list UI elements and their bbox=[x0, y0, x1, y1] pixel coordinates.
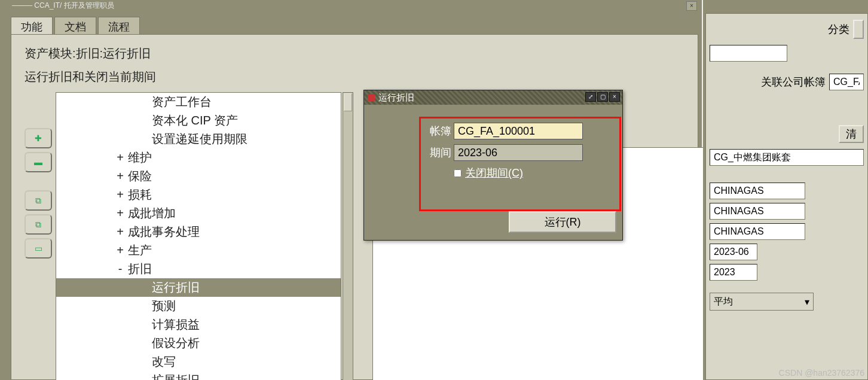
tree-item-label: 成批事务处理 bbox=[128, 225, 200, 238]
scrollbar[interactable] bbox=[343, 92, 353, 380]
page-subtitle: 运行折旧和关闭当前期间 bbox=[25, 69, 684, 85]
expand-all-button[interactable]: ⧉ bbox=[25, 190, 52, 211]
ledger-input[interactable] bbox=[710, 149, 864, 166]
method-value: 平均 bbox=[714, 296, 733, 308]
period-label: 期间 bbox=[421, 145, 451, 160]
tree-item-label: 假设分析 bbox=[152, 336, 200, 349]
tree-item-label: 维护 bbox=[128, 151, 152, 164]
tree-item-label: 设置递延使用期限 bbox=[152, 132, 247, 145]
tree-item[interactable]: 计算损益 bbox=[56, 315, 341, 334]
value-input-1[interactable] bbox=[710, 203, 805, 220]
value-input-2[interactable] bbox=[710, 223, 805, 240]
minimize-icon[interactable]: ⤢ bbox=[585, 92, 596, 102]
assoc-company-label: 关联公司帐簿 bbox=[761, 75, 826, 89]
close-dialog-icon[interactable]: × bbox=[609, 92, 620, 102]
classification-button[interactable] bbox=[853, 20, 864, 39]
value-input-0[interactable] bbox=[710, 183, 805, 199]
toggle-icon[interactable]: + bbox=[112, 148, 128, 167]
tree-item[interactable]: 预测 bbox=[56, 297, 341, 315]
classification-input[interactable] bbox=[710, 45, 787, 62]
tree-item-label: 计算损益 bbox=[152, 318, 200, 331]
close-period-checkbox[interactable] bbox=[454, 169, 461, 177]
tree-item[interactable]: 假设分析 bbox=[56, 334, 341, 352]
tree-item-label: 损耗 bbox=[128, 188, 152, 201]
toggle-icon[interactable]: + bbox=[112, 241, 128, 260]
tree-item-label: 资本化 CIP 资产 bbox=[152, 114, 238, 127]
run-button[interactable]: 运行(R) bbox=[509, 211, 616, 233]
tree-item-label: 扩展折旧 bbox=[152, 373, 200, 380]
toggle-icon[interactable]: + bbox=[112, 223, 128, 241]
tree-item-label: 改写 bbox=[152, 355, 176, 368]
tree-item[interactable]: 资产工作台 bbox=[56, 93, 341, 111]
toggle-icon[interactable]: + bbox=[112, 186, 128, 204]
close-icon[interactable]: × bbox=[686, 1, 697, 11]
side-panel: 分类 关联公司帐簿 清 平均 ▾ bbox=[705, 13, 868, 380]
tab-bar: 功能 文档 流程 bbox=[11, 17, 139, 35]
watermark: CSDN @han23762376 bbox=[779, 368, 864, 378]
oracle-icon bbox=[368, 94, 375, 101]
tree-item[interactable]: 改写 bbox=[56, 352, 341, 371]
tree-item[interactable]: 资本化 CIP 资产 bbox=[56, 111, 341, 130]
tree-item-label: 预测 bbox=[152, 299, 176, 312]
close-period-label: 关闭期间(C) bbox=[465, 166, 523, 180]
period-input[interactable] bbox=[454, 144, 583, 161]
side-titlebar bbox=[703, 0, 868, 13]
run-depreciation-dialog: 运行折旧 ⤢ ▢ × 帐簿 期间 关闭期间(C) 运行(R) bbox=[363, 90, 623, 241]
method-select[interactable]: 平均 ▾ bbox=[710, 293, 814, 311]
side-window: 分类 关联公司帐簿 清 平均 ▾ bbox=[703, 0, 868, 380]
tree-item-label: 运行折旧 bbox=[152, 281, 200, 294]
value-input-4[interactable] bbox=[710, 264, 757, 281]
window-title: ──── CCA_IT/ 托开及管理职员 bbox=[12, 1, 114, 10]
tree-item-label: 资产工作台 bbox=[152, 95, 212, 108]
tree-toolbar: ✚ ▬ ⧉ ⧉ ▭ bbox=[25, 128, 52, 276]
tree-item[interactable]: +保险 bbox=[56, 167, 341, 186]
toggle-icon[interactable]: + bbox=[112, 167, 128, 186]
tree-item[interactable]: +损耗 bbox=[56, 186, 341, 204]
clear-button[interactable]: 清 bbox=[839, 125, 864, 143]
maximize-icon[interactable]: ▢ bbox=[597, 92, 608, 102]
tree-item-label: 折旧 bbox=[128, 262, 152, 275]
expand-branch-button[interactable]: ⧉ bbox=[25, 214, 52, 235]
tree-item[interactable]: +维护 bbox=[56, 148, 341, 167]
value-input-3[interactable] bbox=[710, 244, 757, 260]
book-label: 帐簿 bbox=[421, 124, 451, 138]
tree-item-label: 生产 bbox=[128, 244, 152, 257]
tree-item[interactable]: 运行折旧 bbox=[56, 278, 341, 297]
tree-item[interactable]: +成批增加 bbox=[56, 204, 341, 223]
book-input[interactable] bbox=[454, 123, 583, 139]
breadcrumb: 资产模块:折旧:运行折旧 bbox=[25, 45, 684, 62]
tree-item[interactable]: 扩展折旧 bbox=[56, 371, 341, 380]
tree-item[interactable]: 设置递延使用期限 bbox=[56, 130, 341, 148]
toggle-icon[interactable]: - bbox=[112, 260, 128, 278]
window-titlebar: ──── CCA_IT/ 托开及管理职员 × bbox=[0, 0, 702, 14]
collapse-all-button[interactable]: ▭ bbox=[25, 238, 52, 259]
expand-button[interactable]: ✚ bbox=[25, 128, 52, 148]
classification-label: 分类 bbox=[828, 22, 849, 37]
tree-item[interactable]: +生产 bbox=[56, 241, 341, 260]
dialog-titlebar[interactable]: 运行折旧 ⤢ ▢ × bbox=[364, 90, 622, 105]
navigation-tree[interactable]: 资产工作台资本化 CIP 资产设置递延使用期限+维护+保险+损耗+成批增加+成批… bbox=[56, 92, 341, 380]
dialog-title: 运行折旧 bbox=[378, 92, 414, 104]
tree-item[interactable]: -折旧 bbox=[56, 260, 341, 278]
assoc-company-input[interactable] bbox=[829, 74, 864, 90]
collapse-button[interactable]: ▬ bbox=[25, 152, 52, 172]
chevron-down-icon: ▾ bbox=[805, 296, 809, 308]
toggle-icon[interactable]: + bbox=[112, 204, 128, 223]
tree-item-label: 成批增加 bbox=[128, 206, 176, 220]
tree-item-label: 保险 bbox=[128, 169, 152, 183]
tree-item[interactable]: +成批事务处理 bbox=[56, 223, 341, 241]
